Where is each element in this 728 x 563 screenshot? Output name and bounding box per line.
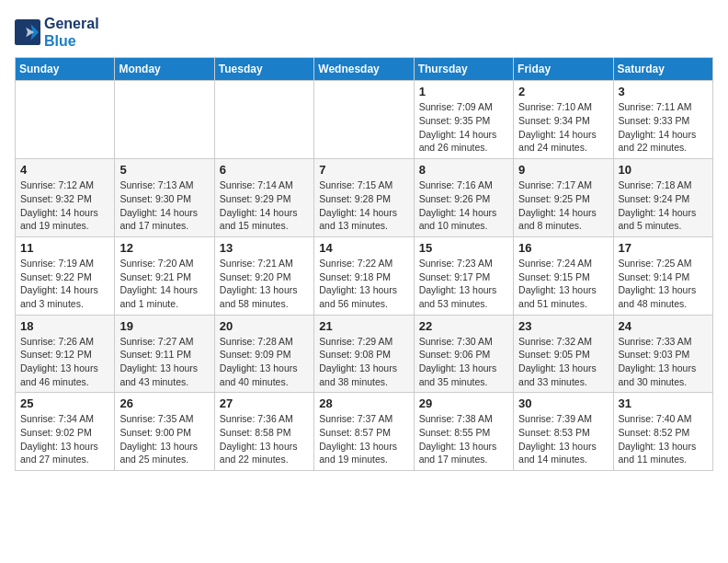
day-info: Sunrise: 7:32 AM Sunset: 9:05 PM Dayligh… [518, 335, 608, 389]
day-info: Sunrise: 7:14 AM Sunset: 9:29 PM Dayligh… [220, 178, 309, 233]
day-number: 21 [319, 319, 408, 333]
day-number: 14 [319, 241, 408, 255]
day-number: 28 [319, 396, 408, 410]
day-cell: 19Sunrise: 7:27 AM Sunset: 9:11 PM Dayli… [115, 315, 214, 393]
day-number: 16 [518, 241, 608, 255]
day-cell: 3Sunrise: 7:11 AM Sunset: 9:33 PM Daylig… [613, 81, 712, 159]
day-cell: 16Sunrise: 7:24 AM Sunset: 9:15 PM Dayli… [514, 236, 613, 315]
day-number: 4 [20, 163, 109, 177]
day-info: Sunrise: 7:20 AM Sunset: 9:21 PM Dayligh… [119, 257, 209, 311]
day-info: Sunrise: 7:12 AM Sunset: 9:32 PM Dayligh… [20, 178, 109, 233]
day-cell: 29Sunrise: 7:38 AM Sunset: 8:55 PM Dayli… [414, 393, 513, 471]
day-cell: 9Sunrise: 7:17 AM Sunset: 9:25 PM Daylig… [514, 159, 613, 237]
day-info: Sunrise: 7:35 AM Sunset: 9:00 PM Dayligh… [119, 412, 209, 466]
day-cell [314, 81, 414, 159]
day-info: Sunrise: 7:09 AM Sunset: 9:35 PM Dayligh… [419, 100, 508, 155]
day-cell: 4Sunrise: 7:12 AM Sunset: 9:32 PM Daylig… [16, 159, 115, 237]
day-info: Sunrise: 7:37 AM Sunset: 8:57 PM Dayligh… [319, 412, 408, 466]
day-cell [214, 81, 313, 159]
day-cell: 24Sunrise: 7:33 AM Sunset: 9:03 PM Dayli… [613, 315, 712, 393]
day-cell: 2Sunrise: 7:10 AM Sunset: 9:34 PM Daylig… [514, 81, 613, 159]
day-info: Sunrise: 7:30 AM Sunset: 9:06 PM Dayligh… [419, 335, 508, 389]
day-number: 5 [119, 163, 209, 177]
day-info: Sunrise: 7:29 AM Sunset: 9:08 PM Dayligh… [319, 335, 408, 389]
day-cell: 17Sunrise: 7:25 AM Sunset: 9:14 PM Dayli… [613, 236, 712, 315]
day-number: 30 [518, 396, 608, 410]
day-cell: 23Sunrise: 7:32 AM Sunset: 9:05 PM Dayli… [514, 315, 613, 393]
day-cell: 28Sunrise: 7:37 AM Sunset: 8:57 PM Dayli… [314, 393, 414, 471]
day-cell: 20Sunrise: 7:28 AM Sunset: 9:09 PM Dayli… [214, 315, 313, 393]
day-info: Sunrise: 7:39 AM Sunset: 8:53 PM Dayligh… [518, 412, 608, 466]
day-number: 10 [619, 163, 708, 177]
day-cell: 25Sunrise: 7:34 AM Sunset: 9:02 PM Dayli… [16, 393, 115, 471]
day-info: Sunrise: 7:13 AM Sunset: 9:30 PM Dayligh… [119, 178, 209, 233]
day-number: 11 [20, 241, 109, 255]
day-number: 6 [220, 163, 309, 177]
day-info: Sunrise: 7:40 AM Sunset: 8:52 PM Dayligh… [619, 412, 708, 466]
day-info: Sunrise: 7:23 AM Sunset: 9:17 PM Dayligh… [419, 257, 508, 311]
day-cell: 7Sunrise: 7:15 AM Sunset: 9:28 PM Daylig… [314, 159, 414, 237]
day-number: 27 [220, 396, 309, 410]
day-number: 9 [518, 163, 608, 177]
day-number: 18 [20, 319, 109, 333]
day-info: Sunrise: 7:24 AM Sunset: 9:15 PM Dayligh… [518, 257, 608, 311]
col-header-monday: Monday [115, 58, 214, 81]
col-header-friday: Friday [514, 58, 613, 81]
col-header-tuesday: Tuesday [214, 58, 313, 81]
day-number: 25 [20, 396, 109, 410]
day-cell: 6Sunrise: 7:14 AM Sunset: 9:29 PM Daylig… [214, 159, 313, 237]
week-row-4: 18Sunrise: 7:26 AM Sunset: 9:12 PM Dayli… [16, 315, 713, 393]
day-number: 26 [119, 396, 209, 410]
week-row-5: 25Sunrise: 7:34 AM Sunset: 9:02 PM Dayli… [16, 393, 713, 471]
col-header-wednesday: Wednesday [314, 58, 414, 81]
day-number: 20 [220, 319, 309, 333]
day-info: Sunrise: 7:38 AM Sunset: 8:55 PM Dayligh… [419, 412, 508, 466]
day-info: Sunrise: 7:26 AM Sunset: 9:12 PM Dayligh… [20, 335, 109, 389]
day-cell: 30Sunrise: 7:39 AM Sunset: 8:53 PM Dayli… [514, 393, 613, 471]
day-cell: 14Sunrise: 7:22 AM Sunset: 9:18 PM Dayli… [314, 236, 414, 315]
day-cell: 11Sunrise: 7:19 AM Sunset: 9:22 PM Dayli… [16, 236, 115, 315]
week-row-3: 11Sunrise: 7:19 AM Sunset: 9:22 PM Dayli… [16, 236, 713, 315]
day-number: 13 [220, 241, 309, 255]
week-row-1: 1Sunrise: 7:09 AM Sunset: 9:35 PM Daylig… [16, 81, 713, 159]
day-info: Sunrise: 7:10 AM Sunset: 9:34 PM Dayligh… [518, 100, 608, 155]
col-header-sunday: Sunday [16, 58, 115, 81]
col-header-saturday: Saturday [613, 58, 712, 81]
logo: General Blue [15, 15, 99, 50]
day-cell: 22Sunrise: 7:30 AM Sunset: 9:06 PM Dayli… [414, 315, 513, 393]
day-cell: 10Sunrise: 7:18 AM Sunset: 9:24 PM Dayli… [613, 159, 712, 237]
day-info: Sunrise: 7:27 AM Sunset: 9:11 PM Dayligh… [119, 335, 209, 389]
day-cell: 31Sunrise: 7:40 AM Sunset: 8:52 PM Dayli… [613, 393, 712, 471]
day-cell: 15Sunrise: 7:23 AM Sunset: 9:17 PM Dayli… [414, 236, 513, 315]
day-info: Sunrise: 7:16 AM Sunset: 9:26 PM Dayligh… [419, 178, 508, 233]
day-cell: 26Sunrise: 7:35 AM Sunset: 9:00 PM Dayli… [115, 393, 214, 471]
day-number: 22 [419, 319, 508, 333]
day-number: 23 [518, 319, 608, 333]
day-cell: 5Sunrise: 7:13 AM Sunset: 9:30 PM Daylig… [115, 159, 214, 237]
day-number: 7 [319, 163, 408, 177]
day-cell: 12Sunrise: 7:20 AM Sunset: 9:21 PM Dayli… [115, 236, 214, 315]
day-number: 15 [419, 241, 508, 255]
day-cell: 8Sunrise: 7:16 AM Sunset: 9:26 PM Daylig… [414, 159, 513, 237]
day-cell: 27Sunrise: 7:36 AM Sunset: 8:58 PM Dayli… [214, 393, 313, 471]
day-info: Sunrise: 7:22 AM Sunset: 9:18 PM Dayligh… [319, 257, 408, 311]
calendar-table: SundayMondayTuesdayWednesdayThursdayFrid… [15, 57, 713, 471]
day-cell: 13Sunrise: 7:21 AM Sunset: 9:20 PM Dayli… [214, 236, 313, 315]
day-number: 24 [619, 319, 708, 333]
day-info: Sunrise: 7:33 AM Sunset: 9:03 PM Dayligh… [619, 335, 708, 389]
day-number: 12 [119, 241, 209, 255]
day-number: 19 [119, 319, 209, 333]
day-number: 1 [419, 85, 508, 98]
day-cell: 21Sunrise: 7:29 AM Sunset: 9:08 PM Dayli… [314, 315, 414, 393]
day-info: Sunrise: 7:36 AM Sunset: 8:58 PM Dayligh… [220, 412, 309, 466]
day-info: Sunrise: 7:28 AM Sunset: 9:09 PM Dayligh… [220, 335, 309, 389]
day-number: 31 [619, 396, 708, 410]
day-number: 8 [419, 163, 508, 177]
day-cell [16, 81, 115, 159]
logo-icon [15, 19, 40, 45]
day-number: 3 [619, 85, 708, 98]
calendar-header-row: SundayMondayTuesdayWednesdayThursdayFrid… [16, 58, 713, 81]
day-number: 29 [419, 396, 508, 410]
week-row-2: 4Sunrise: 7:12 AM Sunset: 9:32 PM Daylig… [16, 159, 713, 237]
day-info: Sunrise: 7:17 AM Sunset: 9:25 PM Dayligh… [518, 178, 608, 233]
